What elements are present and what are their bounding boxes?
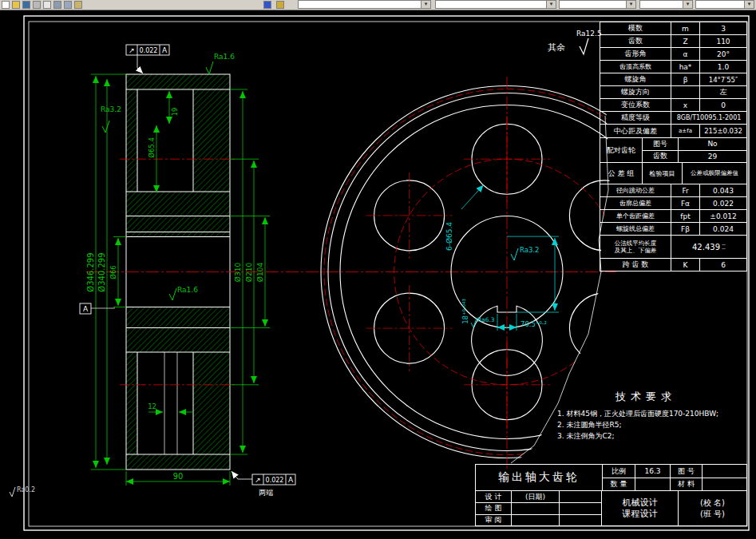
param-label: 径向跳动公差 (600, 184, 671, 196)
param-symbol: x (671, 99, 699, 111)
param-value: 0.022 (699, 197, 746, 209)
param-label: 图号 (643, 138, 678, 150)
ra-left-label: Ra3.2 (101, 105, 121, 113)
dim-web-thickness: 12 (148, 402, 156, 410)
class-number: (班 号) (700, 509, 725, 520)
param-value: 29 (678, 151, 746, 163)
param-label: 齿数 (600, 35, 671, 47)
material-label: 材 料 (670, 478, 702, 490)
fcf-tolerance: 0.022 (266, 477, 284, 484)
cut-icon[interactable] (53, 1, 61, 9)
dim-hub-diameter: Ø104 (256, 263, 264, 283)
color-combo[interactable]: ▾ (435, 0, 556, 9)
param-label: 公法线平均长度 及其上、下偏差 (600, 236, 671, 258)
linetype-combo[interactable]: ▾ (559, 0, 636, 9)
fcf-tolerance: 0.022 (140, 47, 158, 54)
open-icon[interactable] (12, 1, 20, 9)
table-row-mating-gear: 配对齿轮 图号 No 齿数 29 (600, 137, 746, 162)
fcf-datum: A (288, 476, 294, 484)
copy-icon[interactable] (64, 1, 72, 9)
scale-label: 比例 (603, 465, 635, 478)
param-label: 单个齿距偏差 (600, 210, 671, 222)
fcf-datum: A (162, 46, 168, 54)
param-label-line1: 公法线平均长度 (615, 240, 657, 247)
param-value: 20° (699, 48, 746, 60)
tolerance-value-label: 公差或极限偏差值 (682, 163, 746, 184)
paste-icon[interactable] (74, 1, 82, 9)
save-icon[interactable] (22, 1, 30, 9)
param-label: 螺旋线总偏差 (600, 223, 671, 235)
param-value: 8GB/T10095.1-2001 (671, 112, 746, 124)
table-row: 中心距及偏差 a±fa 215±0.032 (600, 124, 746, 137)
chevron-down-icon[interactable]: ▾ (744, 1, 754, 8)
quantity-value (635, 478, 670, 490)
param-value: 110 (699, 35, 746, 47)
lineweight-combo[interactable]: ▾ (639, 0, 693, 9)
draw-label: 绘 图 (476, 502, 511, 513)
draw-name (559, 502, 601, 513)
front-dimensions: 6-Ø65.4 Ra3.2 Ra6.3 18⁺⁰·⁰⁴³ 70.5⁺⁰·² (445, 185, 559, 331)
param-symbol: fpt (671, 210, 699, 222)
param-symbol: Fα (671, 197, 699, 209)
param-label: 中心距及偏差 (600, 125, 671, 137)
title-block: 输出轴大齿轮 比例 16.3 图 号 数 量 材 料 设 计 (日期) 绘 图 … (475, 464, 747, 526)
param-value: 14°7′55″ (699, 73, 746, 85)
param-symbol (671, 86, 699, 98)
chevron-down-icon[interactable]: ▾ (546, 1, 556, 8)
course-line2: 课程设计 (623, 509, 658, 520)
dim-hole-side: 19 (171, 108, 179, 117)
table-subrow: 齿数 29 (643, 150, 746, 163)
dim-hole-diameter: Ø65.4 (148, 137, 156, 158)
ra-bore-front-label: Ra3.2 (520, 246, 539, 254)
rest-surfaces-value: Ra12.5 (576, 30, 602, 38)
fcf-note: 两端 (259, 489, 273, 497)
dim-bore-diameter: Ø66 (109, 265, 117, 279)
table-row: 螺旋线总偏差 Fβ 0.024 (600, 222, 746, 235)
quantity-label: 数 量 (603, 478, 635, 490)
param-label: 变位系数 (600, 99, 671, 111)
dim-face-width: 90 (173, 472, 184, 481)
chevron-down-icon[interactable]: ▾ (421, 1, 430, 8)
table-row: 单个齿距偏差 fpt ±0.012 (600, 209, 746, 222)
hole-callout: 6-Ø65.4 (445, 222, 453, 251)
chevron-down-icon[interactable]: ▾ (683, 1, 692, 8)
part-name: 输出轴大齿轮 (476, 465, 603, 490)
fcf-symbol: ↗ (129, 46, 135, 54)
scale-value: 16.3 (635, 465, 670, 478)
param-value: 3 (699, 22, 746, 34)
tech-req-line: 1. 材料45钢，正火处理后齿面硬度170-210HBW; (557, 408, 734, 419)
param-label: 模数 (600, 22, 671, 34)
datum-flag: A (80, 303, 115, 314)
layer-combo[interactable]: ▾ (298, 0, 431, 9)
table-row: 螺旋角 β 14°7′55″ (600, 73, 746, 85)
print-icon[interactable] (33, 1, 41, 9)
table-row-tolerance-header: 公 差 组 检验项目 公差或极限偏差值 (600, 162, 746, 184)
draw-date (511, 502, 559, 513)
table-row: 模数 m 3 (600, 22, 746, 34)
param-symbol: Z (671, 35, 699, 47)
dim-holecircle-diameter: Ø210 (245, 263, 253, 283)
param-symbol: Fβ (671, 223, 699, 235)
new-icon[interactable] (2, 1, 10, 9)
param-value: 左 (699, 86, 746, 98)
table-row-common-normal: 公法线平均长度 及其上、下偏差 42.439 —— (600, 235, 746, 258)
section-view: Ø346.299 Ø340.299 Ø66 Ø310 Ø210 Ø104 Ø65… (10, 30, 616, 497)
material-value (702, 478, 746, 490)
dim-keyway-depth: 70.5⁺⁰·² (520, 320, 547, 328)
undo-icon[interactable] (263, 1, 271, 9)
drawing-number-label: 图 号 (670, 465, 702, 478)
param-label: 螺旋方向 (600, 86, 671, 98)
tolerance-group-label: 公 差 组 (600, 163, 642, 184)
param-symbol: m (671, 22, 699, 34)
fcf-symbol: ↗ (255, 476, 261, 484)
plotstyle-combo[interactable]: ▾ (695, 0, 754, 9)
ra-bore-label: Ra1.6 (177, 286, 198, 294)
technical-requirements: 技术要求 1. 材料45钢，正火处理后齿面硬度170-210HBW; 2. 未注… (557, 390, 734, 442)
ra-keyway-label: Ra6.3 (477, 316, 495, 323)
dim-tip-diameter: Ø346.299 (86, 252, 95, 291)
toolbar: ▾ ▾ ▾ ▾ ▾ (0, 0, 756, 10)
preview-icon[interactable] (43, 1, 51, 9)
chevron-down-icon[interactable]: ▾ (626, 1, 635, 8)
redo-icon[interactable] (276, 1, 284, 9)
table-row: 变位系数 x 0 (600, 98, 746, 111)
